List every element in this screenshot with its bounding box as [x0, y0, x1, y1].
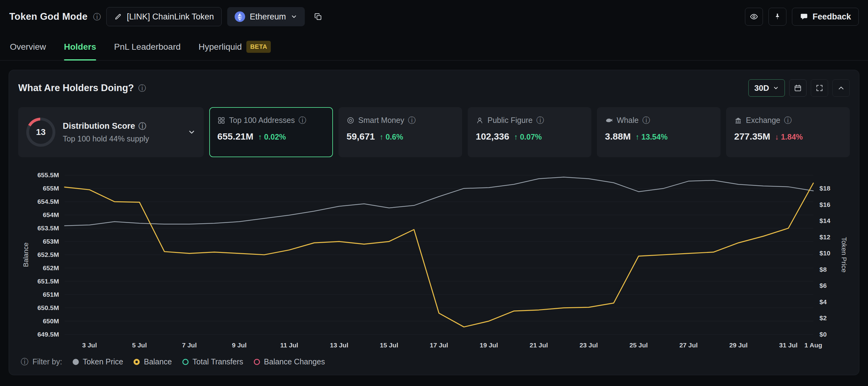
svg-text:11 Jul: 11 Jul — [280, 342, 298, 349]
total-transfers-marker — [182, 359, 189, 365]
fullscreen-button[interactable] — [811, 79, 828, 97]
tab-overview[interactable]: Overview — [10, 33, 46, 60]
svg-text:652.5M: 652.5M — [37, 251, 59, 258]
top-100-addresses-icon — [217, 116, 225, 125]
chevron-down-icon[interactable] — [188, 128, 196, 136]
info-icon[interactable]: ⓘ — [784, 116, 792, 124]
legend-item-label: Total Transfers — [193, 357, 243, 366]
stat-card-top-100-addresses[interactable]: Top 100 Addresses ⓘ 655.21M ↑ 0.02% — [209, 107, 333, 157]
collapse-button[interactable] — [833, 79, 850, 97]
svg-text:651M: 651M — [43, 291, 59, 298]
stat-change: ↑ 13.54% — [635, 133, 668, 141]
svg-text:$8: $8 — [819, 266, 827, 273]
svg-text:$12: $12 — [819, 234, 830, 241]
tab-label: Overview — [10, 42, 46, 52]
tab-pnl-leaderboard[interactable]: PnL Leaderboard — [114, 33, 181, 60]
info-icon[interactable]: ⓘ — [138, 122, 146, 130]
svg-text:$0: $0 — [819, 331, 827, 338]
chart-area: 655.5M655M654.5M654M653.5M653M652.5M652M… — [18, 169, 850, 353]
tab-holders[interactable]: Holders — [64, 33, 96, 60]
holders-panel: What Are Holders Doing? ⓘ 30D — [9, 70, 859, 375]
distribution-score-title: Distribution Score — [63, 121, 135, 131]
date-range-label: 30D — [754, 83, 769, 93]
stat-value: 655.21M — [217, 131, 253, 142]
stat-label: Public Figure — [488, 116, 533, 125]
stat-value: 102,336 — [476, 131, 509, 142]
pin-button[interactable] — [769, 8, 786, 26]
stat-value: 277.35M — [734, 131, 770, 142]
stat-cards-row: 13 Distribution Score ⓘ Top 100 hold 44%… — [18, 107, 850, 157]
legend-item-label: Balance Changes — [264, 357, 325, 366]
legend-item-balance-changes[interactable]: Balance Changes — [254, 357, 325, 366]
svg-text:650M: 650M — [43, 317, 59, 324]
svg-text:654.5M: 654.5M — [37, 198, 59, 205]
beta-badge: BETA — [246, 41, 271, 53]
legend-item-total-transfers[interactable]: Total Transfers — [182, 357, 243, 366]
chain-selector-button[interactable]: Ethereum — [227, 7, 305, 26]
stat-card-smart-money[interactable]: Smart Money ⓘ 59,671 ↑ 0.6% — [339, 107, 462, 157]
svg-text:653.5M: 653.5M — [37, 224, 59, 232]
pencil-icon — [114, 13, 122, 21]
info-icon[interactable]: ⓘ — [93, 13, 101, 21]
holders-balance-chart[interactable]: 655.5M655M654.5M654M653.5M653M652.5M652M… — [18, 169, 850, 353]
svg-text:27 Jul: 27 Jul — [679, 342, 698, 349]
distribution-score-card[interactable]: 13 Distribution Score ⓘ Top 100 hold 44%… — [18, 107, 204, 157]
calendar-icon — [794, 84, 802, 92]
svg-text:651.5M: 651.5M — [37, 278, 59, 285]
stat-change: ↑ 0.6% — [380, 133, 403, 141]
panel-header: What Are Holders Doing? ⓘ 30D — [18, 79, 850, 97]
svg-text:653M: 653M — [43, 238, 59, 245]
svg-text:655M: 655M — [43, 185, 59, 192]
info-icon[interactable]: ⓘ — [299, 116, 306, 124]
stat-change: ↑ 0.02% — [258, 133, 286, 141]
copy-button[interactable] — [310, 9, 326, 24]
legend-item-label: Balance — [144, 357, 172, 366]
token-selector-button[interactable]: [LINK] ChainLink Token — [106, 7, 222, 26]
stat-label: Top 100 Addresses — [229, 116, 295, 125]
legend-item-token-price[interactable]: Token Price — [73, 357, 123, 366]
svg-text:13 Jul: 13 Jul — [330, 342, 348, 349]
svg-text:3 Jul: 3 Jul — [82, 342, 97, 349]
tab-label: Hyperliquid — [198, 42, 242, 52]
balance-changes-marker — [254, 359, 260, 365]
chevron-down-icon — [773, 85, 779, 91]
svg-text:$16: $16 — [819, 201, 830, 208]
tab-label: PnL Leaderboard — [114, 42, 181, 52]
svg-text:$10: $10 — [819, 249, 830, 257]
info-icon[interactable]: ⓘ — [138, 84, 146, 92]
smart-money-icon — [346, 116, 354, 125]
distribution-score-subtitle: Top 100 hold 44% supply — [63, 134, 149, 143]
svg-text:25 Jul: 25 Jul — [629, 342, 648, 349]
feedback-button[interactable]: Feedback — [792, 8, 859, 26]
stat-change: ↓ 1.84% — [775, 133, 803, 141]
info-icon[interactable]: ⓘ — [21, 358, 28, 365]
tab-label: Holders — [64, 42, 96, 52]
stat-card-whale[interactable]: Whale ⓘ 3.88M ↑ 13.54% — [597, 107, 720, 157]
legend-item-balance[interactable]: Balance — [133, 357, 172, 366]
svg-text:19 Jul: 19 Jul — [480, 342, 498, 349]
feedback-label: Feedback — [812, 12, 851, 22]
stat-card-public-figure[interactable]: Public Figure ⓘ 102,336 ↑ 0.07% — [468, 107, 591, 157]
pin-icon — [773, 13, 781, 21]
tab-hyperliquid[interactable]: Hyperliquid BETA — [198, 33, 271, 60]
svg-text:21 Jul: 21 Jul — [529, 342, 548, 349]
calendar-button[interactable] — [789, 79, 806, 97]
svg-text:29 Jul: 29 Jul — [729, 342, 747, 349]
info-icon[interactable]: ⓘ — [536, 116, 544, 124]
distribution-score-text: Distribution Score ⓘ Top 100 hold 44% su… — [63, 121, 149, 143]
info-icon[interactable]: ⓘ — [408, 116, 416, 124]
stat-value: 3.88M — [605, 131, 630, 142]
svg-text:$18: $18 — [819, 185, 830, 192]
chart-legend: ⓘ Filter by: Token Price Balance Total T… — [18, 357, 850, 366]
svg-text:652M: 652M — [43, 264, 59, 272]
svg-text:5 Jul: 5 Jul — [132, 342, 147, 349]
svg-text:655.5M: 655.5M — [37, 171, 59, 178]
info-icon[interactable]: ⓘ — [642, 116, 650, 124]
date-range-button[interactable]: 30D — [748, 79, 785, 97]
stat-label: Whale — [617, 116, 639, 125]
chevron-down-icon — [290, 13, 298, 20]
stat-card-exchange[interactable]: Exchange ⓘ 277.35M ↓ 1.84% — [726, 107, 850, 157]
watchlist-button[interactable] — [745, 8, 763, 26]
chat-icon — [800, 12, 808, 21]
copy-icon — [313, 12, 323, 21]
